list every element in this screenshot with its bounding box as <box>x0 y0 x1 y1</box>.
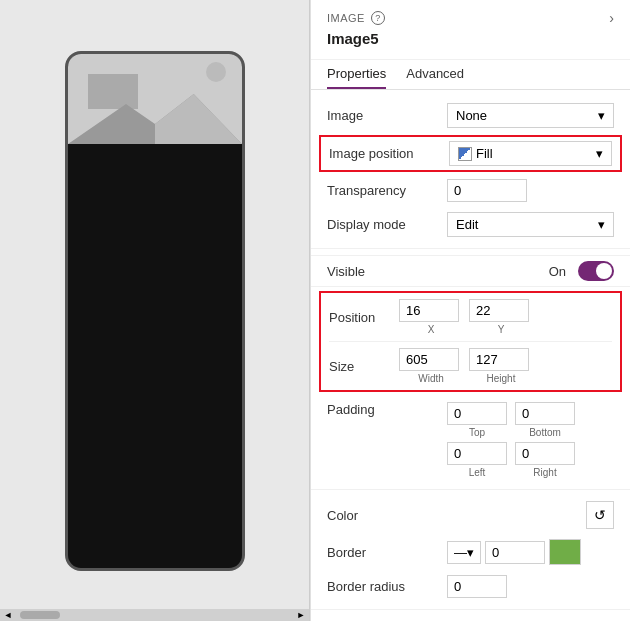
transparency-value <box>447 179 614 202</box>
prop-display-mode: Display mode Edit ▾ <box>311 207 630 242</box>
padding-top-group: Top <box>447 402 507 438</box>
image-dropdown[interactable]: None ▾ <box>447 103 614 128</box>
height-label: Height <box>471 373 531 384</box>
padding-left-input[interactable] <box>447 442 507 465</box>
canvas-scrollbar[interactable]: ◄ ► <box>0 609 309 621</box>
scroll-right-arrow[interactable]: ► <box>293 609 309 621</box>
scroll-thumb[interactable] <box>20 611 60 619</box>
prop-image-position-box: Image position Fill ▾ <box>319 135 622 172</box>
prop-border: Border — ▾ <box>311 534 630 570</box>
tabs-bar: Properties Advanced <box>311 60 630 90</box>
right-panel: IMAGE ? › Image5 Properties Advanced Ima… <box>310 0 630 621</box>
prop-transparency: Transparency <box>311 174 630 207</box>
chevron-right-icon[interactable]: › <box>609 10 614 26</box>
border-radius-label: Border radius <box>327 579 447 594</box>
display-mode-value: Edit ▾ <box>447 212 614 237</box>
position-label: Position <box>329 310 399 325</box>
padding-bottom-input[interactable] <box>515 402 575 425</box>
phone-frame <box>65 51 245 571</box>
prop-padding-row1: Padding Top Bottom Left <box>311 396 630 483</box>
size-height-group <box>469 348 529 371</box>
padding-label: Padding <box>327 402 447 417</box>
image-label: Image <box>327 108 447 123</box>
tab-properties[interactable]: Properties <box>327 60 386 89</box>
color-button[interactable]: ↺ <box>586 501 614 529</box>
fill-icon <box>458 147 472 161</box>
panel-header: IMAGE ? › Image5 <box>311 0 630 60</box>
mountain-icon <box>68 94 242 144</box>
padding-right-group: Right <box>515 442 575 478</box>
properties-content: Image None ▾ Image position Fill ▾ <box>311 90 630 621</box>
size-width-group <box>399 348 459 371</box>
y-label: Y <box>471 324 531 335</box>
padding-bottom-group: Bottom <box>515 402 575 438</box>
divider-1 <box>311 248 630 249</box>
border-width-input[interactable] <box>485 541 545 564</box>
tab-advanced[interactable]: Advanced <box>406 60 464 89</box>
image-position-label: Image position <box>329 146 449 161</box>
size-width-input[interactable] <box>399 348 459 371</box>
display-mode-dropdown[interactable]: Edit ▾ <box>447 212 614 237</box>
visible-label: Visible <box>327 264 447 279</box>
image-position-dropdown[interactable]: Fill ▾ <box>449 141 612 166</box>
padding-top-label: Top <box>469 427 485 438</box>
prop-position: Position X Y <box>321 293 620 341</box>
transparency-label: Transparency <box>327 183 447 198</box>
prop-color: Color ↺ <box>311 496 630 534</box>
border-style-dropdown[interactable]: — ▾ <box>447 541 481 564</box>
svg-marker-1 <box>155 94 242 144</box>
padding-right-label: Right <box>533 467 556 478</box>
position-y-group <box>469 299 529 322</box>
scroll-left-arrow[interactable]: ◄ <box>0 609 16 621</box>
prop-image: Image None ▾ <box>311 98 630 133</box>
border-color-swatch[interactable] <box>549 539 581 565</box>
border-radius-value <box>447 575 614 598</box>
border-label: Border <box>327 545 447 560</box>
display-mode-label: Display mode <box>327 217 447 232</box>
prop-border-radius: Border radius <box>311 570 630 603</box>
position-x-input[interactable] <box>399 299 459 322</box>
panel-title: Image5 <box>327 30 614 47</box>
image-value: None ▾ <box>447 103 614 128</box>
position-y-input[interactable] <box>469 299 529 322</box>
size-label: Size <box>329 359 399 374</box>
prop-auto-disable: Auto disable on select On <box>311 616 630 621</box>
padding-bottom-label: Bottom <box>529 427 561 438</box>
panel-header-label: IMAGE ? <box>327 11 385 25</box>
position-x-group <box>399 299 459 322</box>
canvas-area: ◄ ► <box>0 0 310 621</box>
padding-right-input[interactable] <box>515 442 575 465</box>
info-icon[interactable]: ? <box>371 11 385 25</box>
x-label: X <box>401 324 461 335</box>
position-size-box: Position X Y <box>319 291 622 392</box>
padding-left-group: Left <box>447 442 507 478</box>
padding-left-label: Left <box>469 467 486 478</box>
image-position-value: Fill ▾ <box>449 141 612 166</box>
phone-image <box>68 54 242 144</box>
border-radius-input[interactable] <box>447 575 507 598</box>
prop-size: Size Width Height <box>321 342 620 390</box>
divider-2 <box>311 489 630 490</box>
padding-top-input[interactable] <box>447 402 507 425</box>
size-height-input[interactable] <box>469 348 529 371</box>
width-label: Width <box>401 373 461 384</box>
transparency-input[interactable] <box>447 179 527 202</box>
visible-toggle-label: On <box>549 264 566 279</box>
prop-visible: Visible On <box>311 255 630 287</box>
visible-toggle[interactable] <box>578 261 614 281</box>
border-controls: — ▾ <box>447 539 614 565</box>
divider-3 <box>311 609 630 610</box>
color-label: Color <box>327 508 447 523</box>
